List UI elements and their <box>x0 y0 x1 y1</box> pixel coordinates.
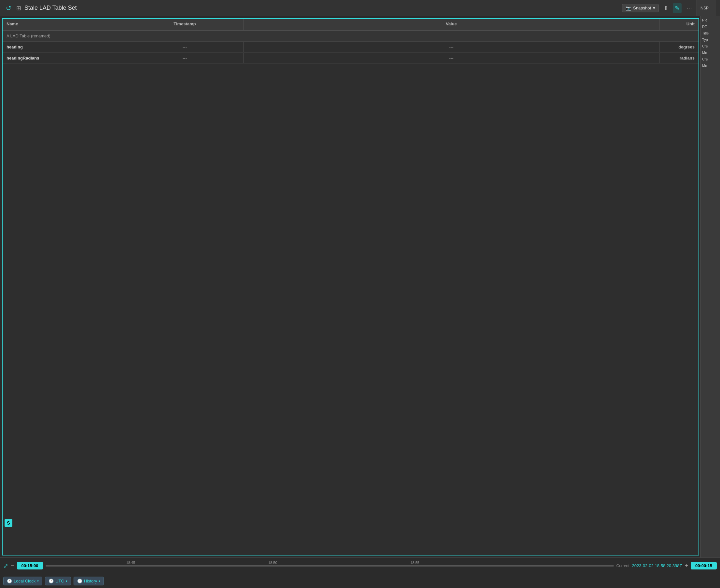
history-label: History <box>84 579 97 584</box>
right-panel-item: Cre <box>702 57 719 62</box>
timeline-start-time[interactable]: 00:15:00 <box>17 562 43 569</box>
row-unit: degrees <box>659 42 699 52</box>
timeline-plus-button[interactable]: + <box>684 562 688 569</box>
timeline-tick-1845: 18:45 <box>126 561 135 565</box>
top-bar-right: 📷 Snapshot ▾ ⬆ ✎ ⋯ INSP <box>622 0 716 16</box>
column-header-timestamp: Timestamp <box>126 19 243 30</box>
right-panel-item: Cre <box>702 44 719 49</box>
right-panel-item: Mo <box>702 50 719 55</box>
row-timestamp: --- <box>126 53 243 63</box>
top-bar-left: ↺ ⊞ Stale LAD Table Set <box>4 4 622 13</box>
snapshot-label: Snapshot <box>633 5 651 10</box>
history-icon: 🕐 <box>77 579 82 584</box>
timeline-tick-1855: 18:55 <box>411 561 420 565</box>
right-panel-item: Mo <box>702 63 719 68</box>
bottom-bar: 🕐 Local Clock ▾ 🕐 UTC ▾ 🕐 History ▾ <box>0 574 720 588</box>
edit-button[interactable]: ✎ <box>673 3 682 13</box>
app-icon: ↺ <box>4 4 13 13</box>
local-clock-button[interactable]: 🕐 Local Clock ▾ <box>3 576 42 585</box>
status-s-icon: S <box>4 519 12 527</box>
row-name: headingRadians <box>3 53 126 63</box>
status-icon-bar: S <box>4 519 12 527</box>
history-button[interactable]: 🕐 History ▾ <box>74 576 104 585</box>
right-panel-item: DE <box>702 24 719 29</box>
group-label: A LAD Table (renamed) <box>6 34 51 38</box>
timeline-area: ⤢ − 00:15:00 18:45 18:50 18:55 Current 2… <box>0 558 720 574</box>
current-time: 2023-02-02 18:58:20.398Z <box>632 563 682 568</box>
insp-label: INSP <box>700 6 708 10</box>
column-header-unit: Unit <box>659 19 699 30</box>
window-title: Stale LAD Table Set <box>24 4 77 12</box>
timeline-expand-button[interactable]: ⤢ <box>3 562 8 569</box>
inspector-panel: INSP <box>697 0 716 16</box>
right-panel-item: Typ <box>702 37 719 42</box>
table-panel: Name Timestamp Value Unit A LAD Table (r… <box>2 18 699 555</box>
timeline-right: Current 2023-02-02 18:58:20.398Z + 00:00… <box>617 562 717 569</box>
timeline-track[interactable]: 18:45 18:50 18:55 <box>45 565 614 567</box>
local-clock-label: Local Clock <box>14 579 36 584</box>
upload-button[interactable]: ⬆ <box>661 3 670 13</box>
local-clock-dropdown: ▾ <box>37 579 39 583</box>
top-bar: ↺ ⊞ Stale LAD Table Set 📷 Snapshot ▾ ⬆ ✎… <box>0 0 720 16</box>
utc-dropdown: ▾ <box>66 579 67 583</box>
right-panel: PR DE Title Typ Cre Mo Cre Mo <box>700 16 720 558</box>
history-dropdown: ▾ <box>99 579 100 583</box>
camera-icon: 📷 <box>626 5 631 11</box>
table-row[interactable]: heading --- --- degrees <box>3 42 699 53</box>
column-header-name: Name <box>3 19 126 30</box>
utc-clock-icon: 🕐 <box>48 579 54 584</box>
table-row[interactable]: headingRadians --- --- radians <box>3 53 699 64</box>
row-value: --- <box>243 53 659 63</box>
timeline-minus-button[interactable]: − <box>11 562 14 569</box>
utc-button[interactable]: 🕐 UTC ▾ <box>45 576 71 585</box>
timeline-duration[interactable]: 00:00:15 <box>691 562 717 569</box>
row-timestamp: --- <box>126 42 243 52</box>
right-panel-item: Title <box>702 30 719 36</box>
clock-icon: 🕐 <box>7 579 12 584</box>
row-name: heading <box>3 42 126 52</box>
group-row: A LAD Table (renamed) <box>3 30 699 42</box>
column-header-value: Value <box>243 19 659 30</box>
right-panel-item: PR <box>702 18 719 23</box>
snapshot-dropdown-arrow: ▾ <box>653 5 655 10</box>
timeline-tick-1850: 18:50 <box>268 561 277 565</box>
more-button[interactable]: ⋯ <box>684 3 694 13</box>
table-body: A LAD Table (renamed) heading --- --- de… <box>3 30 699 555</box>
row-value: --- <box>243 42 659 52</box>
table-icon: ⊞ <box>16 4 21 12</box>
table-header: Name Timestamp Value Unit <box>3 19 699 30</box>
current-label: Current <box>617 564 629 568</box>
snapshot-button[interactable]: 📷 Snapshot ▾ <box>622 4 659 12</box>
row-unit: radians <box>659 53 699 63</box>
utc-label: UTC <box>55 579 64 584</box>
